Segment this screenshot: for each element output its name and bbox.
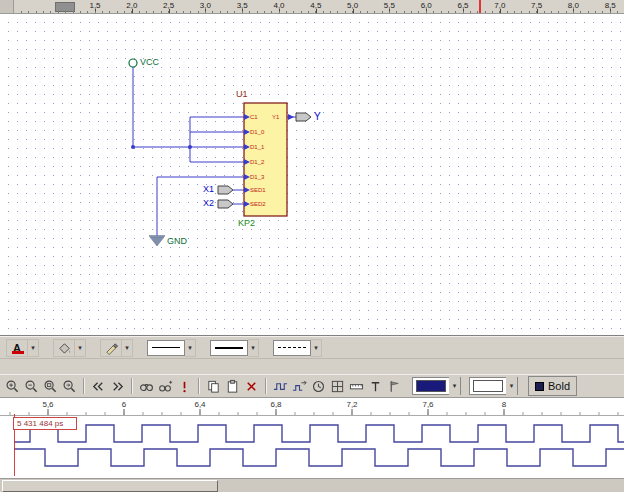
svg-text:7,6: 7,6 — [422, 400, 434, 409]
line-style-combo[interactable] — [210, 340, 248, 356]
add-marker-button[interactable] — [385, 376, 404, 396]
signal-1-trace[interactable] — [14, 425, 624, 442]
delete-button[interactable] — [242, 376, 261, 396]
waveform-canvas[interactable]: 5,666,46,87,27,68 5 431 484 ps — [0, 398, 624, 478]
component-refdes[interactable]: U1 — [236, 89, 248, 99]
ruler-minor-tick — [153, 11, 154, 13]
input-port-label-x2[interactable]: X2 — [203, 198, 214, 208]
line-color-button[interactable] — [100, 339, 122, 357]
ruler-minor-tick — [396, 11, 397, 13]
zoom-selection-icon — [62, 379, 77, 394]
ruler-minor-tick — [102, 11, 103, 13]
signal-2-trace[interactable] — [14, 449, 624, 466]
invert-wave-button[interactable] — [290, 376, 309, 396]
wave-line-color-combo[interactable]: ▾ — [412, 377, 461, 395]
set-time-button[interactable] — [309, 376, 328, 396]
ruler-minor-tick — [190, 11, 191, 13]
fill-color-button[interactable] — [53, 339, 75, 357]
toggle-grid-button[interactable] — [328, 376, 347, 396]
fill-color-icon — [57, 340, 72, 355]
ruler-minor-tick — [271, 11, 272, 13]
vcc-symbol[interactable] — [129, 59, 137, 67]
paste-button[interactable] — [223, 376, 242, 396]
ruler-minor-tick — [242, 11, 243, 13]
x1-port-connector[interactable] — [218, 186, 233, 194]
ruler-minor-tick — [139, 11, 140, 13]
ruler-minor-tick — [220, 11, 221, 13]
find-icon — [139, 379, 154, 394]
warnings-button[interactable] — [175, 376, 194, 396]
dash-style-dropdown[interactable]: ▾ — [311, 339, 322, 357]
line-style-sample — [215, 347, 243, 349]
gnd-symbol[interactable] — [149, 236, 165, 246]
measure-button[interactable] — [347, 376, 366, 396]
ruler-cursor-marker — [479, 0, 481, 14]
dash-style-combo[interactable] — [273, 340, 311, 356]
add-text-button[interactable] — [366, 376, 385, 396]
ruler-minor-tick — [264, 11, 265, 13]
fill-color-dropdown[interactable]: ▾ — [75, 339, 86, 357]
font-color-button[interactable]: A — [6, 339, 28, 357]
ruler-minor-tick — [360, 11, 361, 13]
ruler-minor-tick — [389, 11, 390, 13]
wave-fill-color-combo[interactable]: ▾ — [469, 377, 518, 395]
zoom-out-button[interactable] — [22, 376, 41, 396]
ruler-minor-tick — [21, 11, 22, 13]
cursor-time-readout[interactable]: 5 431 484 ps — [13, 417, 77, 430]
line-width-combo[interactable] — [147, 340, 185, 356]
bold-button[interactable]: Bold — [528, 376, 577, 396]
previous-edge-button[interactable] — [89, 376, 108, 396]
ruler-minor-tick — [337, 11, 338, 13]
ruler-minor-tick — [470, 11, 471, 13]
warnings-icon — [177, 379, 192, 394]
line-width-dropdown[interactable]: ▾ — [185, 339, 196, 357]
input-port-label-x1[interactable]: X1 — [203, 184, 214, 194]
zoom-in-button[interactable] — [3, 376, 22, 396]
pen-icon — [104, 340, 119, 355]
wave-line-color-dropdown[interactable]: ▾ — [449, 377, 460, 395]
toolbar-spacer — [0, 358, 624, 374]
insert-pulse-icon — [273, 379, 288, 394]
insert-pulse-button[interactable] — [271, 376, 290, 396]
output-port-label[interactable]: Y — [314, 111, 321, 122]
ruler-origin-box — [0, 0, 14, 14]
schematic-canvas[interactable]: VCC GND U1 KP2 Y X1 X2 C1 D1_0 D1_1 D1_2… — [0, 14, 624, 336]
font-color-dropdown[interactable]: ▾ — [28, 339, 39, 357]
wave-fill-color-dropdown[interactable]: ▾ — [506, 377, 517, 395]
pin-label-d1-3: D1_3 — [250, 173, 264, 181]
ruler-minor-tick — [227, 11, 228, 13]
ruler-minor-tick — [448, 11, 449, 13]
dash-style-sample — [278, 347, 306, 348]
find-next-button[interactable] — [156, 376, 175, 396]
ruler-minor-tick — [433, 11, 434, 13]
ruler-minor-tick — [595, 11, 596, 13]
x2-port-connector[interactable] — [218, 200, 233, 208]
ruler-minor-tick — [87, 11, 88, 13]
scrollbar-thumb[interactable] — [2, 480, 218, 492]
y-port-connector[interactable] — [296, 113, 311, 121]
zoom-in-icon — [5, 379, 20, 394]
copy-button[interactable] — [204, 376, 223, 396]
zoom-selection-button[interactable] — [60, 376, 79, 396]
toggle-grid-icon — [330, 379, 345, 394]
ruler-minor-tick — [551, 11, 552, 13]
line-style-dropdown[interactable]: ▾ — [248, 339, 259, 357]
ruler-minor-tick — [301, 11, 302, 13]
ruler-minor-tick — [514, 11, 515, 13]
ruler-minor-tick — [404, 11, 405, 13]
font-color-swatch — [12, 351, 24, 354]
horizontal-scrollbar[interactable] — [0, 478, 624, 492]
ruler-minor-tick — [198, 11, 199, 13]
zoom-fit-button[interactable] — [41, 376, 60, 396]
ruler-minor-tick — [308, 11, 309, 13]
schematic-ruler[interactable]: 1,52,02,53,03,54,04,55,05,56,06,57,07,58… — [0, 0, 624, 14]
component-type-label[interactable]: KP2 — [238, 218, 255, 228]
waveforms-svg — [0, 416, 624, 478]
find-button[interactable] — [137, 376, 156, 396]
ruler-minor-tick — [95, 11, 96, 13]
ruler-minor-tick — [566, 11, 567, 13]
next-edge-button[interactable] — [108, 376, 127, 396]
svg-text:8: 8 — [502, 400, 507, 409]
line-color-dropdown[interactable]: ▾ — [122, 339, 133, 357]
pin-label-c1: C1 — [250, 113, 258, 121]
